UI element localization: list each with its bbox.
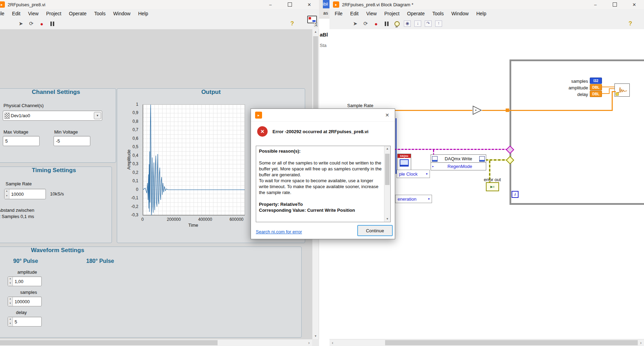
close-button[interactable]: ✕ [625,0,644,9]
scroll-right-button[interactable]: › [306,339,312,346]
menu-item-file[interactable]: File [0,11,8,16]
menu-item-window[interactable]: Window [109,11,134,16]
context-help-icon[interactable]: ? [629,20,632,27]
step-out-icon: ↑ [435,21,442,27]
menu-item-project[interactable]: Project [42,11,65,16]
horizontal-scrollbar[interactable]: ‹ › [329,339,644,346]
daqmx-task-constant[interactable]: DAQmx [397,154,411,170]
run-continuously-button[interactable]: ⟳ [361,19,370,28]
dialog-close-button[interactable]: ✕ [380,109,395,121]
step-over-button[interactable]: ↷ [424,19,432,28]
combo-dropdown-button[interactable]: ▼ [94,112,101,119]
scroll-down-button[interactable]: ▼ [312,333,319,339]
enum-dropdown-icon: ▼ [427,198,430,201]
retain-wire-values-button[interactable]: ◉ [403,19,411,28]
minimize-button[interactable]: – [261,0,280,9]
menu-item-operate[interactable]: Operate [65,11,90,16]
daqmx-write-instance[interactable]: ▸ RegenMode [431,162,486,170]
menu-item-tools[interactable]: Tools [90,11,109,16]
context-help-icon[interactable]: ? [291,20,294,27]
menu-item-edit[interactable]: Edit [8,11,24,16]
dialog-scrollbar[interactable]: ▲ ▼ [384,146,390,222]
delay-dbl-terminal[interactable]: DBL [590,91,602,97]
error-dialog-title: Error -200292 occurred at 2RFpulses_pre8… [272,129,389,134]
close-button[interactable]: ✕ [300,0,319,9]
horizontal-scrollbar[interactable]: › [0,339,312,346]
amplitude-dbl-terminal[interactable]: DBL [590,84,602,90]
pause-button[interactable] [382,19,391,28]
scroll-up-button[interactable]: ▲ [312,29,319,35]
pause-button[interactable] [48,19,56,28]
run-continuous-icon: ⟳ [364,21,368,27]
orange-wire [509,110,612,111]
delay-terminal-label: delay [545,92,588,97]
samples-spinner[interactable]: ▲▼ [8,297,13,306]
error-out-indicator[interactable]: ▶≡ [486,182,499,191]
min-voltage-input[interactable]: -5 [54,136,90,146]
samples-i32-terminal[interactable]: I32 [590,78,602,84]
physical-channel-combo[interactable]: Dev1/ao0 ▼ [3,111,102,121]
menu-item-help[interactable]: Help [472,11,490,16]
menu-item-operate[interactable]: Operate [403,11,429,16]
step-into-button[interactable]: ↓ [414,19,422,28]
menu-item-project[interactable]: Project [381,11,403,16]
dialog-titlebar[interactable]: ▸ ✕ [251,109,395,122]
max-voltage-input[interactable]: 5 [3,136,40,146]
front-panel-titlebar[interactable]: ▸ 2RFpulses_pre8.vi – ✕ [0,0,319,9]
abort-button[interactable]: ● [38,19,46,28]
error-dialog: ▸ ✕ ✕ Error -200292 occurred at 2RFpulse… [251,108,395,239]
generation-enum[interactable]: eneration ▼ [395,195,432,203]
delay-spinner[interactable]: ▲▼ [8,317,13,326]
error-reason-box: Possible reason(s): Some or all of the s… [256,146,391,222]
sample-clock-enum[interactable]: ple Clock ▼ [397,170,430,178]
amplitude-spinner[interactable]: ▲▼ [8,277,13,286]
x-axis-tick: 400000 [198,217,212,222]
delay-input[interactable]: ▲▼ 5 [8,317,42,327]
amplitude-label: amplitude [17,269,37,275]
waveform-graph-terminal[interactable] [614,83,630,97]
y-axis-tick: 0,7 [132,127,138,132]
dialog-text-line: Property: RelativeTo [259,201,382,207]
sample-rate-input[interactable]: ▲▼ 10000 [4,189,46,199]
menu-item-window[interactable]: Window [448,11,473,16]
maximize-button[interactable] [280,0,300,9]
device-monitor-icon[interactable]: 1 [307,16,318,27]
run-continuously-button[interactable]: ⟳ [27,19,35,28]
run-button[interactable]: ➤ [351,19,359,28]
menu-item-view[interactable]: View [24,11,42,16]
step-out-button[interactable]: ↑ [434,19,443,28]
menu-item-view[interactable]: View [362,11,381,16]
samples-input[interactable]: ▲▼ 100000 [8,297,42,306]
maximize-button[interactable] [605,0,625,9]
sample-rate-spinner[interactable]: ▲▼ [5,189,9,199]
scroll-down-button[interactable]: ▼ [384,216,390,222]
continue-button[interactable]: Continue [357,225,393,236]
scroll-up-button[interactable]: ▲ [384,146,390,152]
vertical-scroll-thumb[interactable] [313,36,318,120]
abort-button[interactable]: ● [372,19,380,28]
hidden-window-titlebar[interactable]: ibil [323,0,329,8]
horizontal-scroll-thumb[interactable] [0,340,218,345]
run-button[interactable]: ➤ [17,19,25,28]
amplitude-input[interactable]: ▲▼ 1,00 [8,276,42,286]
menu-item-edit[interactable]: Edit [347,11,362,16]
scroll-left-button[interactable]: ‹ [329,339,336,346]
menu-item-tools[interactable]: Tools [429,11,448,16]
highlight-execution-button[interactable] [393,19,401,28]
scroll-right-button[interactable]: › [638,339,644,346]
menu-item-file[interactable]: File [331,11,347,16]
menu-item-help[interactable]: Help [134,11,152,16]
timing-note-line2: 2 Samples 0,1 ms [0,214,34,219]
search-ni-link[interactable]: Search ni.com for error [256,229,302,234]
y-axis-tick: 0,1 [132,178,138,183]
error-reason-text: Possible reason(s): Some or all of the s… [259,148,382,220]
minimize-button[interactable]: – [586,0,605,9]
daqmx-write-node[interactable]: DAQmx Write [431,154,486,163]
horizontal-scroll-thumb[interactable] [385,340,641,345]
iteration-terminal[interactable]: i [512,191,519,198]
multiply-node[interactable] [472,105,482,115]
dialog-text-line: To wait for more space to become availab… [259,178,382,195]
y-axis-tick: 0 [136,187,138,192]
dialog-scroll-thumb[interactable] [385,154,390,185]
block-diagram-titlebar[interactable]: ▸ 2RFpulses_pre8.vi Block Diagram * – ✕ [329,0,644,9]
